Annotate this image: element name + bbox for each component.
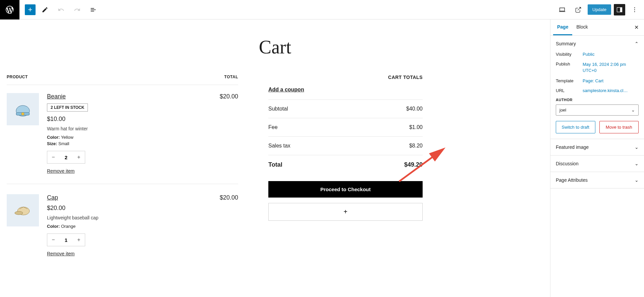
redo-button xyxy=(70,3,84,16)
move-to-trash-button[interactable]: Move to trash xyxy=(599,121,639,133)
totals-row-label: Fee xyxy=(268,124,278,130)
summary-panel-header[interactable]: Summary ⌃ xyxy=(550,36,644,52)
totals-row: Subtotal$40.00 xyxy=(268,100,423,118)
qty-increase-button[interactable]: + xyxy=(73,234,85,246)
summary-label: Summary xyxy=(556,41,576,46)
qty-increase-button[interactable]: + xyxy=(73,151,85,163)
totals-row-value: $8.20 xyxy=(409,143,423,149)
close-sidebar-button[interactable]: ✕ xyxy=(632,22,641,33)
laptop-icon xyxy=(558,6,566,13)
cart-row: Beanie 2 LEFT IN STOCK $10.00 Warm hat f… xyxy=(7,93,238,184)
stock-badge: 2 LEFT IN STOCK xyxy=(47,103,88,112)
totals-row-label: Subtotal xyxy=(268,106,288,112)
tab-page[interactable]: Page xyxy=(553,19,572,35)
sidebar-icon xyxy=(616,6,623,13)
totals-row-label: Sales tax xyxy=(268,143,290,149)
external-link-icon xyxy=(575,6,582,13)
tab-block[interactable]: Block xyxy=(572,19,592,35)
totals-row: Fee$1.00 xyxy=(268,118,423,137)
product-meta: Color: Yellow xyxy=(47,135,212,140)
qty-input[interactable] xyxy=(59,155,73,160)
chevron-down-icon: ⌄ xyxy=(631,108,635,113)
product-meta: Color: Orange xyxy=(47,224,212,229)
wordpress-logo[interactable] xyxy=(0,0,19,19)
discussion-panel[interactable]: Discussion⌄ xyxy=(550,156,644,172)
product-meta: Size: Small xyxy=(47,141,212,146)
publish-value[interactable]: May 16, 2024 2:06 pm UTC+0 xyxy=(583,61,639,74)
product-name-link[interactable]: Cap xyxy=(47,194,58,201)
options-button[interactable] xyxy=(628,3,641,16)
url-label: URL xyxy=(556,88,583,93)
qty-decrease-button[interactable]: − xyxy=(47,151,59,163)
grand-total-label: Total xyxy=(268,161,282,168)
header-total: TOTAL xyxy=(224,75,238,79)
tools-icon[interactable] xyxy=(38,3,52,16)
view-button[interactable] xyxy=(555,3,569,16)
svg-point-9 xyxy=(15,211,23,215)
meta-value: Small xyxy=(58,141,69,146)
remove-item-link[interactable]: Remove item xyxy=(47,168,212,174)
product-description: Warm hat for winter xyxy=(47,126,212,131)
qty-decrease-button[interactable]: − xyxy=(47,234,59,246)
document-overview-button[interactable] xyxy=(87,3,100,16)
product-image[interactable] xyxy=(7,194,39,226)
meta-value: Orange xyxy=(61,224,75,229)
meta-label: Color: xyxy=(47,224,60,229)
remove-item-link[interactable]: Remove item xyxy=(47,251,212,256)
product-description: Lightweight baseball cap xyxy=(47,215,212,220)
visibility-value[interactable]: Public xyxy=(583,52,594,57)
author-value: joel xyxy=(559,108,566,113)
list-icon xyxy=(90,6,97,13)
chevron-down-icon: ⌄ xyxy=(635,161,639,166)
wordpress-icon xyxy=(5,5,14,14)
chevron-down-icon: ⌄ xyxy=(635,144,639,150)
line-total: $20.00 xyxy=(220,93,238,174)
product-price: $20.00 xyxy=(47,205,212,212)
add-block-inline-button[interactable]: + xyxy=(268,203,423,221)
chevron-down-icon: ⌄ xyxy=(635,177,639,183)
author-select[interactable]: joel ⌄ xyxy=(556,104,639,116)
page-title[interactable]: Cart xyxy=(7,36,543,58)
add-block-button[interactable]: + xyxy=(25,4,36,15)
cart-totals-title: CART TOTALS xyxy=(268,75,423,80)
svg-point-4 xyxy=(634,11,635,12)
grand-total-value: $49.20 xyxy=(404,161,423,168)
settings-panel-toggle[interactable] xyxy=(614,4,625,15)
quantity-stepper: − + xyxy=(47,234,85,246)
checkout-button[interactable]: Proceed to Checkout xyxy=(268,181,423,198)
product-name-link[interactable]: Beanie xyxy=(47,93,66,100)
dots-vertical-icon xyxy=(631,6,638,13)
add-coupon-link[interactable]: Add a coupon xyxy=(268,87,423,100)
undo-icon xyxy=(58,6,64,13)
author-label: AUTHOR xyxy=(556,98,639,102)
meta-label: Size: xyxy=(47,141,57,146)
url-value[interactable]: samplestore.kinsta.cl… xyxy=(583,88,628,93)
totals-row-value: $1.00 xyxy=(409,124,423,130)
quantity-stepper: − + xyxy=(47,151,85,164)
svg-point-7 xyxy=(21,113,24,115)
totals-row-value: $40.00 xyxy=(406,106,423,112)
chevron-up-icon: ⌃ xyxy=(635,41,639,46)
discussion-label: Discussion xyxy=(556,161,579,166)
preview-button[interactable] xyxy=(572,3,585,16)
product-price: $10.00 xyxy=(47,116,212,123)
attributes-label: Page Attributes xyxy=(556,177,588,183)
featured-label: Featured image xyxy=(556,144,589,150)
totals-row: Sales tax$8.20 xyxy=(268,137,423,155)
template-value[interactable]: Page: Cart xyxy=(583,78,603,83)
switch-to-draft-button[interactable]: Switch to draft xyxy=(556,121,595,133)
featured-image-panel[interactable]: Featured image⌄ xyxy=(550,139,644,155)
update-button[interactable]: Update xyxy=(588,4,611,15)
publish-label: Publish xyxy=(556,61,583,74)
product-image[interactable] xyxy=(7,93,39,125)
page-attributes-panel[interactable]: Page Attributes⌄ xyxy=(550,172,644,188)
qty-input[interactable] xyxy=(59,237,73,243)
editor-canvas[interactable]: Cart PRODUCT TOTAL Beanie 2 LEFT IN STOC… xyxy=(0,19,550,297)
visibility-label: Visibility xyxy=(556,52,583,57)
line-total: $20.00 xyxy=(220,194,238,256)
redo-icon xyxy=(74,6,80,13)
settings-sidebar: Page Block ✕ Summary ⌃ VisibilityPublic … xyxy=(550,19,644,297)
svg-point-2 xyxy=(634,7,635,8)
header-product: PRODUCT xyxy=(7,75,28,79)
pencil-icon xyxy=(42,6,48,13)
